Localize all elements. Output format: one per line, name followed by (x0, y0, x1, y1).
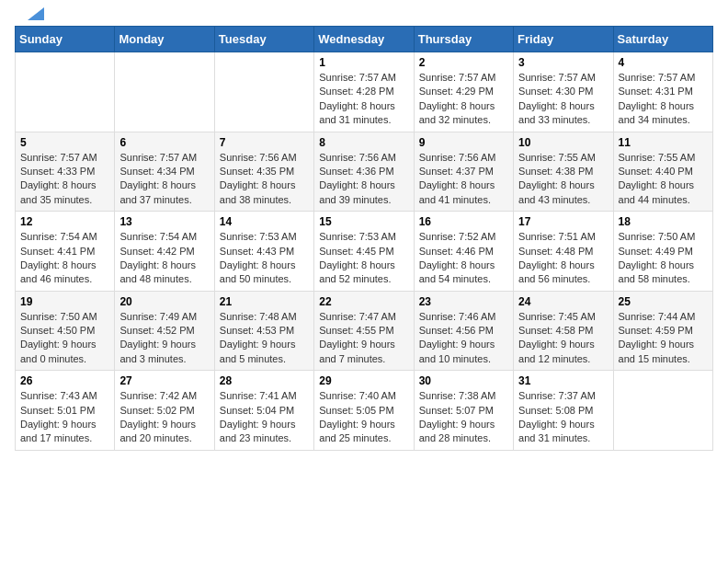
calendar-day-cell: 29Sunrise: 7:40 AM Sunset: 5:05 PM Dayli… (314, 371, 414, 451)
day-of-week-header: Thursday (414, 27, 513, 52)
day-number: 1 (319, 56, 408, 69)
calendar-day-cell: 12Sunrise: 7:54 AM Sunset: 4:41 PM Dayli… (16, 212, 115, 292)
day-info: Sunrise: 7:54 AM Sunset: 4:42 PM Dayligh… (119, 230, 209, 287)
calendar-week-row: 26Sunrise: 7:43 AM Sunset: 5:01 PM Dayli… (16, 371, 713, 451)
calendar-day-cell: 25Sunrise: 7:44 AM Sunset: 4:59 PM Dayli… (613, 291, 712, 371)
day-number: 13 (119, 215, 209, 228)
day-number: 30 (419, 374, 508, 387)
day-number: 29 (319, 374, 408, 387)
calendar-day-cell (613, 371, 712, 451)
day-of-week-header: Wednesday (314, 27, 414, 52)
svg-marker-0 (28, 7, 44, 20)
day-number: 11 (619, 136, 708, 149)
day-number: 4 (619, 56, 708, 69)
calendar-day-cell: 21Sunrise: 7:48 AM Sunset: 4:53 PM Dayli… (214, 291, 313, 371)
day-info: Sunrise: 7:49 AM Sunset: 4:52 PM Dayligh… (119, 310, 209, 367)
day-number: 31 (518, 374, 608, 387)
day-info: Sunrise: 7:47 AM Sunset: 4:55 PM Dayligh… (319, 310, 408, 367)
day-number: 27 (119, 374, 209, 387)
day-number: 9 (419, 136, 508, 149)
day-number: 24 (518, 295, 608, 308)
calendar-day-cell: 3Sunrise: 7:57 AM Sunset: 4:30 PM Daylig… (514, 52, 613, 132)
calendar-day-cell: 6Sunrise: 7:57 AM Sunset: 4:34 PM Daylig… (115, 132, 214, 212)
day-number: 22 (319, 295, 408, 308)
calendar-day-cell: 20Sunrise: 7:49 AM Sunset: 4:52 PM Dayli… (115, 291, 214, 371)
calendar-day-cell: 13Sunrise: 7:54 AM Sunset: 4:42 PM Dayli… (115, 212, 214, 292)
day-info: Sunrise: 7:56 AM Sunset: 4:37 PM Dayligh… (419, 151, 508, 208)
day-number: 7 (220, 136, 309, 149)
day-number: 21 (220, 295, 309, 308)
day-info: Sunrise: 7:46 AM Sunset: 4:56 PM Dayligh… (419, 310, 508, 367)
calendar-day-cell: 24Sunrise: 7:45 AM Sunset: 4:58 PM Dayli… (514, 291, 613, 371)
day-info: Sunrise: 7:41 AM Sunset: 5:04 PM Dayligh… (220, 389, 309, 446)
calendar-day-cell: 2Sunrise: 7:57 AM Sunset: 4:29 PM Daylig… (414, 52, 513, 132)
calendar-day-cell: 30Sunrise: 7:38 AM Sunset: 5:07 PM Dayli… (414, 371, 513, 451)
day-info: Sunrise: 7:52 AM Sunset: 4:46 PM Dayligh… (419, 230, 508, 287)
day-number: 20 (119, 295, 209, 308)
day-info: Sunrise: 7:42 AM Sunset: 5:02 PM Dayligh… (119, 389, 209, 446)
day-info: Sunrise: 7:57 AM Sunset: 4:29 PM Dayligh… (419, 71, 508, 128)
day-number: 28 (220, 374, 309, 387)
calendar-day-cell: 22Sunrise: 7:47 AM Sunset: 4:55 PM Dayli… (314, 291, 414, 371)
day-info: Sunrise: 7:37 AM Sunset: 5:08 PM Dayligh… (518, 389, 608, 446)
day-number: 17 (518, 215, 608, 228)
day-info: Sunrise: 7:45 AM Sunset: 4:58 PM Dayligh… (518, 310, 608, 367)
day-of-week-header: Tuesday (214, 27, 313, 52)
day-of-week-header: Saturday (613, 27, 712, 52)
calendar-day-cell: 28Sunrise: 7:41 AM Sunset: 5:04 PM Dayli… (214, 371, 313, 451)
day-info: Sunrise: 7:48 AM Sunset: 4:53 PM Dayligh… (220, 310, 309, 367)
calendar-day-cell: 16Sunrise: 7:52 AM Sunset: 4:46 PM Dayli… (414, 212, 513, 292)
calendar-day-cell: 4Sunrise: 7:57 AM Sunset: 4:31 PM Daylig… (613, 52, 712, 132)
calendar-day-cell: 17Sunrise: 7:51 AM Sunset: 4:48 PM Dayli… (514, 212, 613, 292)
day-number: 25 (619, 295, 708, 308)
calendar-day-cell (16, 52, 115, 132)
day-info: Sunrise: 7:56 AM Sunset: 4:36 PM Dayligh… (319, 151, 408, 208)
day-info: Sunrise: 7:40 AM Sunset: 5:05 PM Dayligh… (319, 389, 408, 446)
day-of-week-header: Friday (514, 27, 613, 52)
calendar-day-cell: 5Sunrise: 7:57 AM Sunset: 4:33 PM Daylig… (16, 132, 115, 212)
calendar-week-row: 5Sunrise: 7:57 AM Sunset: 4:33 PM Daylig… (16, 132, 713, 212)
day-info: Sunrise: 7:56 AM Sunset: 4:35 PM Dayligh… (220, 151, 309, 208)
day-number: 19 (20, 295, 109, 308)
calendar-header-row: SundayMondayTuesdayWednesdayThursdayFrid… (16, 27, 713, 52)
day-number: 26 (20, 374, 109, 387)
day-info: Sunrise: 7:50 AM Sunset: 4:50 PM Dayligh… (20, 310, 109, 367)
calendar-week-row: 1Sunrise: 7:57 AM Sunset: 4:28 PM Daylig… (16, 52, 713, 132)
day-number: 6 (119, 136, 209, 149)
day-info: Sunrise: 7:53 AM Sunset: 4:43 PM Dayligh… (220, 230, 309, 287)
day-number: 8 (319, 136, 408, 149)
day-number: 14 (220, 215, 309, 228)
calendar-day-cell: 10Sunrise: 7:55 AM Sunset: 4:38 PM Dayli… (514, 132, 613, 212)
calendar-day-cell: 9Sunrise: 7:56 AM Sunset: 4:37 PM Daylig… (414, 132, 513, 212)
calendar-day-cell: 31Sunrise: 7:37 AM Sunset: 5:08 PM Dayli… (514, 371, 613, 451)
calendar-day-cell: 23Sunrise: 7:46 AM Sunset: 4:56 PM Dayli… (414, 291, 513, 371)
day-info: Sunrise: 7:38 AM Sunset: 5:07 PM Dayligh… (419, 389, 508, 446)
calendar-day-cell: 15Sunrise: 7:53 AM Sunset: 4:45 PM Dayli… (314, 212, 414, 292)
day-info: Sunrise: 7:43 AM Sunset: 5:01 PM Dayligh… (20, 389, 109, 446)
calendar-day-cell: 18Sunrise: 7:50 AM Sunset: 4:49 PM Dayli… (613, 212, 712, 292)
calendar-day-cell: 27Sunrise: 7:42 AM Sunset: 5:02 PM Dayli… (115, 371, 214, 451)
day-info: Sunrise: 7:57 AM Sunset: 4:34 PM Dayligh… (119, 151, 209, 208)
day-number: 10 (518, 136, 608, 149)
day-info: Sunrise: 7:57 AM Sunset: 4:28 PM Dayligh… (319, 71, 408, 128)
calendar-table: SundayMondayTuesdayWednesdayThursdayFrid… (15, 26, 713, 451)
day-info: Sunrise: 7:57 AM Sunset: 4:33 PM Dayligh… (20, 151, 109, 208)
day-number: 15 (319, 215, 408, 228)
day-info: Sunrise: 7:55 AM Sunset: 4:38 PM Dayligh… (518, 151, 608, 208)
day-number: 12 (20, 215, 109, 228)
day-info: Sunrise: 7:44 AM Sunset: 4:59 PM Dayligh… (619, 310, 708, 367)
day-info: Sunrise: 7:53 AM Sunset: 4:45 PM Dayligh… (319, 230, 408, 287)
calendar-day-cell (115, 52, 214, 132)
day-info: Sunrise: 7:57 AM Sunset: 4:30 PM Dayligh… (518, 71, 608, 128)
day-number: 16 (419, 215, 508, 228)
calendar-week-row: 19Sunrise: 7:50 AM Sunset: 4:50 PM Dayli… (16, 291, 713, 371)
day-info: Sunrise: 7:57 AM Sunset: 4:31 PM Dayligh… (619, 71, 708, 128)
day-number: 2 (419, 56, 508, 69)
day-info: Sunrise: 7:50 AM Sunset: 4:49 PM Dayligh… (619, 230, 708, 287)
day-info: Sunrise: 7:54 AM Sunset: 4:41 PM Dayligh… (20, 230, 109, 287)
calendar-day-cell: 11Sunrise: 7:55 AM Sunset: 4:40 PM Dayli… (613, 132, 712, 212)
calendar-day-cell: 8Sunrise: 7:56 AM Sunset: 4:36 PM Daylig… (314, 132, 414, 212)
calendar-day-cell: 14Sunrise: 7:53 AM Sunset: 4:43 PM Dayli… (214, 212, 313, 292)
calendar-day-cell: 7Sunrise: 7:56 AM Sunset: 4:35 PM Daylig… (214, 132, 313, 212)
day-of-week-header: Sunday (16, 27, 115, 52)
